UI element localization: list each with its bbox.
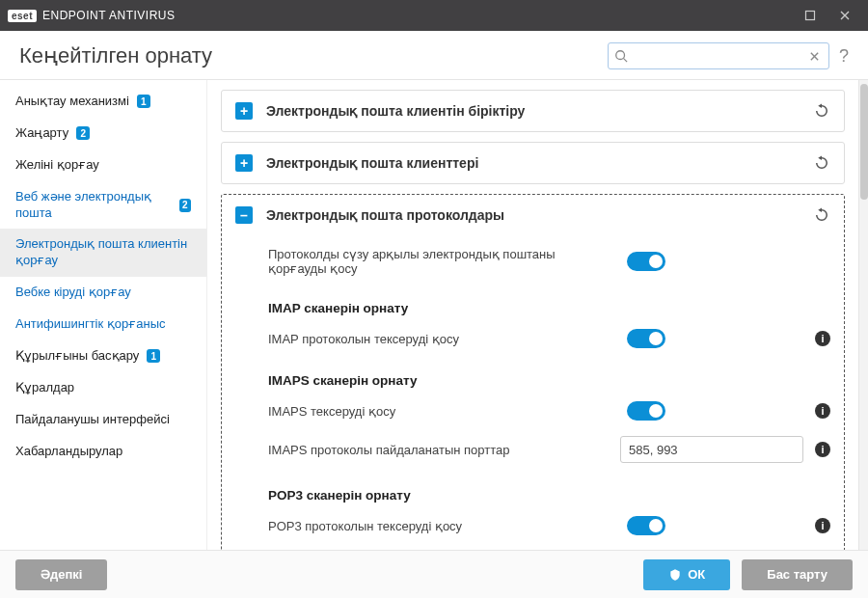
window-close-button[interactable] (829, 4, 860, 27)
info-icon[interactable] (815, 442, 830, 457)
toggle-pop3-check[interactable] (627, 516, 665, 535)
sidebar-item-notifications[interactable]: Хабарландырулар (0, 436, 206, 468)
row-pop3-check: POP3 протоколын тексеруді қосу (268, 508, 830, 543)
badge: 1 (137, 95, 150, 108)
svg-point-1 (616, 51, 625, 60)
sidebar-item-detection[interactable]: Анықтау механизмі 1 (0, 86, 206, 118)
button-label: Әдепкі (41, 567, 82, 582)
section-title: Электрондық пошта клиентін біріктіру (266, 103, 800, 119)
undo-icon (813, 206, 830, 224)
scrollbar-thumb[interactable] (860, 84, 868, 200)
page-title: Кеңейтілген орнату (19, 43, 212, 68)
section-title: Электрондық пошта клиенттері (266, 155, 800, 171)
undo-icon (813, 154, 830, 172)
sidebar-item-web-access[interactable]: Вебке кіруді қорғау (0, 277, 206, 309)
sidebar-item-label: Анықтау механизмі (15, 94, 129, 110)
reset-button[interactable] (813, 206, 830, 224)
section-title: Электрондық пошта протоколдары (266, 207, 800, 223)
sidebar-item-label: Вебке кіруді қорғау (15, 285, 131, 301)
section-email-integration: + Электрондық пошта клиентін біріктіру (221, 90, 845, 132)
footer: Әдепкі ОК Бас тарту (0, 550, 868, 598)
content: + Электрондық пошта клиентін біріктіру +… (207, 80, 858, 550)
row-enable-filter: Протоколды сүзу арқылы электрондық пошта… (268, 239, 830, 284)
section-email-clients: + Электрондық пошта клиенттері (221, 142, 845, 184)
setting-label: POP3 протоколын тексеруді қосу (268, 519, 615, 533)
maximize-icon (804, 10, 816, 21)
sidebar-item-label: Құрылғыны басқару (15, 348, 139, 365)
sidebar-item-label: Антифишингтік қорғаныс (15, 316, 166, 333)
info-icon[interactable] (815, 518, 830, 533)
sidebar-item-web-email[interactable]: Веб және электрондық пошта 2 (0, 181, 206, 230)
row-imap-check: IMAP протоколын тексеруді қосу (268, 321, 830, 356)
expand-icon[interactable]: + (235, 154, 253, 172)
row-imaps-check: IMAPS тексеруді қосу (268, 394, 830, 428)
content-wrap: + Электрондық пошта клиентін біріктіру +… (207, 80, 868, 550)
section-header[interactable]: + Электрондық пошта клиенттері (222, 143, 844, 183)
info-icon[interactable] (815, 331, 830, 346)
section-body: Протоколды сүзу арқылы электрондық пошта… (222, 235, 844, 550)
sidebar: Анықтау механизмі 1 Жаңарту 2 Желіні қор… (0, 80, 207, 550)
default-button[interactable]: Әдепкі (15, 559, 107, 590)
sidebar-item-label: Желіні қорғау (15, 157, 99, 174)
sidebar-item-update[interactable]: Жаңарту 2 (0, 118, 206, 150)
reset-button[interactable] (813, 154, 830, 172)
brand: eset ENDPOINT ANTIVIRUS (8, 9, 175, 22)
imaps-ports-input[interactable] (620, 436, 803, 463)
setting-label: IMAP протоколын тексеруді қосу (268, 332, 615, 346)
ok-button[interactable]: ОК (643, 559, 730, 590)
section-header[interactable]: – Электрондық пошта протоколдары (222, 195, 844, 235)
info-icon[interactable] (815, 403, 830, 419)
toggle-imap-check[interactable] (627, 329, 665, 348)
sidebar-item-ui[interactable]: Пайдаланушы интерфейсі (0, 404, 206, 436)
row-imaps-ports: IMAPS протоколы пайдаланатын порттар (268, 428, 830, 471)
toggle-enable-filter[interactable] (627, 252, 665, 271)
cancel-button[interactable]: Бас тарту (742, 559, 853, 590)
undo-icon (813, 102, 830, 120)
window-controls (795, 4, 860, 27)
button-label: Бас тарту (767, 567, 827, 582)
setting-label: Протоколды сүзу арқылы электрондық пошта… (268, 247, 615, 276)
badge: 2 (179, 199, 191, 212)
sidebar-item-tools[interactable]: Құралдар (0, 372, 206, 404)
main-area: Анықтау механизмі 1 Жаңарту 2 Желіні қор… (0, 80, 868, 550)
scrollbar-track[interactable] (858, 80, 868, 550)
setting-label: IMAPS протоколы пайдаланатын порттар (268, 443, 609, 457)
group-imap: IMAP сканерін орнату (268, 284, 830, 321)
search-clear-button[interactable] (809, 51, 828, 62)
group-imaps: IMAPS сканерін орнату (268, 356, 830, 394)
sidebar-item-label: Электрондық пошта клиентін қорғау (15, 236, 191, 269)
expand-icon[interactable]: + (235, 102, 253, 120)
badge: 1 (147, 349, 160, 363)
sidebar-item-device-control[interactable]: Құрылғыны басқару 1 (0, 340, 206, 372)
badge: 2 (76, 126, 90, 140)
sidebar-item-label: Құралдар (15, 380, 74, 396)
sidebar-item-antiphishing[interactable]: Антифишингтік қорғаныс (0, 309, 206, 340)
search-input[interactable] (634, 48, 809, 65)
sidebar-item-label: Пайдаланушы интерфейсі (15, 412, 170, 428)
sidebar-item-label: Веб және электрондық пошта (15, 189, 172, 222)
collapse-icon[interactable]: – (235, 206, 253, 224)
section-header[interactable]: + Электрондық пошта клиентін біріктіру (222, 91, 844, 131)
sidebar-item-network[interactable]: Желіні қорғау (0, 150, 206, 181)
toggle-imaps-check[interactable] (627, 401, 665, 421)
close-icon (839, 10, 851, 21)
header: Кеңейтілген орнату ? (0, 31, 868, 80)
help-button[interactable]: ? (839, 46, 849, 67)
search-box[interactable] (608, 42, 829, 69)
search-icon (614, 49, 628, 63)
brand-tag: eset (8, 10, 37, 22)
setting-label: IMAPS тексеруді қосу (268, 404, 615, 419)
product-name: ENDPOINT ANTIVIRUS (42, 9, 175, 22)
shield-icon (668, 568, 682, 582)
svg-rect-0 (806, 12, 815, 20)
reset-button[interactable] (813, 102, 830, 120)
sidebar-item-label: Хабарландырулар (15, 444, 122, 460)
window-maximize-button[interactable] (795, 4, 826, 27)
sidebar-item-email-client-protection[interactable]: Электрондық пошта клиентін қорғау (0, 229, 206, 277)
group-pop3: POP3 сканерін орнату (268, 471, 830, 508)
section-email-protocols: – Электрондық пошта протоколдары Протоко… (221, 194, 845, 550)
sidebar-item-label: Жаңарту (15, 125, 68, 142)
button-label: ОК (688, 567, 705, 582)
clear-icon (809, 51, 820, 62)
titlebar: eset ENDPOINT ANTIVIRUS (0, 0, 868, 31)
